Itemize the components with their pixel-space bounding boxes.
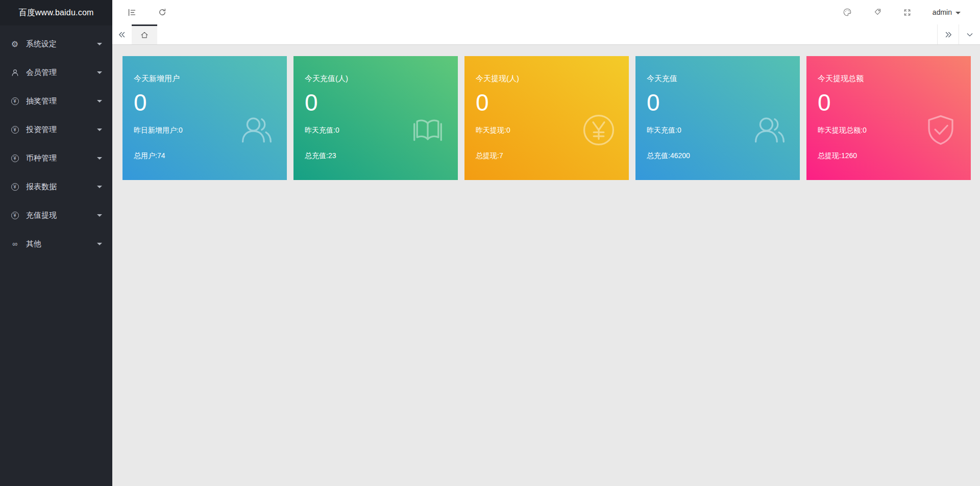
stat-card-recharge-count-today: 今天充值(人) 0 昨天充值:0 总充值:23 [293,56,458,180]
card-value: 0 [476,90,618,116]
brand-title: 百度www.baidu.com [0,0,112,25]
stat-card-recharge-amount-today: 今天充值 0 昨天充值:0 总充值:46200 [635,56,800,180]
sidebar-item-lottery-management[interactable]: ¥ 抽奖管理 [0,87,112,115]
open-book-icon [410,112,446,148]
chevron-down-icon [97,100,102,103]
sidebar-item-system-settings[interactable]: ⚙ 系统设定 [0,30,112,58]
card-title: 今天提现(人) [476,74,618,84]
navbar-left-tools [112,7,167,17]
card-total-stat: 总提现:7 [476,151,618,161]
chevron-down-icon [97,243,102,245]
shield-check-icon [923,112,959,148]
users-icon [752,112,788,148]
sidebar-item-label: 充值提现 [26,211,97,220]
chevron-down-icon [97,214,102,217]
card-title: 今天提现总额 [818,74,960,84]
navbar-right-tools: admin [842,7,980,17]
gear-icon: ⚙ [10,39,19,48]
card-total-stat: 总提现:1260 [818,151,960,161]
stat-card-new-users-today: 今天新增用户 0 昨日新增用户:0 总用户:74 [122,56,287,180]
yen-circle-icon: ¥ [10,182,19,191]
card-total-stat: 总充值:46200 [647,151,789,161]
card-title: 今天新增用户 [134,74,276,84]
card-value: 0 [818,90,960,116]
scroll-tabs-right-icon[interactable] [937,24,959,44]
top-navbar: admin [112,0,980,24]
collapse-menu-icon[interactable] [127,7,137,17]
card-total-stat: 总用户:74 [134,151,276,161]
card-value: 0 [134,90,276,116]
sidebar-item-label: 币种管理 [26,154,97,163]
sidebar-item-currency-management[interactable]: ¥ 币种管理 [0,144,112,172]
home-icon [140,31,149,40]
scroll-tabs-left-icon[interactable] [112,24,132,44]
sidebar-item-label: 抽奖管理 [26,96,97,106]
chevron-down-icon [97,43,102,45]
card-title: 今天充值 [647,74,789,84]
sidebar-item-label: 报表数据 [26,182,97,192]
sidebar-item-investment-management[interactable]: ¥ 投资管理 [0,115,112,144]
sidebar-item-member-management[interactable]: 会员管理 [0,58,112,87]
card-value: 0 [305,90,447,116]
tag-icon[interactable] [872,7,883,17]
theme-palette-icon[interactable] [842,7,852,17]
card-total-stat: 总充值:23 [305,151,447,161]
chevron-down-icon [97,129,102,131]
sidebar-item-label: 会员管理 [26,68,97,78]
sidebar: 百度www.baidu.com ⚙ 系统设定 会员管理 ¥ 抽奖管理 ¥ 投资管… [0,0,112,486]
sidebar-menu: ⚙ 系统设定 会员管理 ¥ 抽奖管理 ¥ 投资管理 ¥ 币种管理 [0,25,112,258]
sidebar-item-label: 投资管理 [26,125,97,135]
chevron-down-icon [97,186,102,188]
stat-card-withdraw-count-today: 今天提现(人) 0 昨天提现:0 总提现:7 [464,56,629,180]
yen-circle-icon: ¥ [10,96,19,106]
chevron-down-icon [97,71,102,74]
fullscreen-icon[interactable] [902,7,913,17]
yen-circle-icon: ¥ [10,211,19,220]
stat-cards-row: 今天新增用户 0 昨日新增用户:0 总用户:74 今天充值(人) 0 昨天充值:… [112,45,980,180]
chevron-down-icon [955,12,961,14]
tab-list-dropdown-icon[interactable] [959,24,980,44]
sidebar-item-report-data[interactable]: ¥ 报表数据 [0,172,112,201]
sidebar-item-other[interactable]: ∞ 其他 [0,229,112,258]
user-icon [10,68,19,77]
main-content: 今天新增用户 0 昨日新增用户:0 总用户:74 今天充值(人) 0 昨天充值:… [112,45,980,486]
stat-card-withdraw-amount-today: 今天提现总额 0 昨天提现总额:0 总提现:1260 [806,56,971,180]
admin-username: admin [933,8,952,16]
tab-home[interactable] [132,24,157,44]
card-title: 今天充值(人) [305,74,447,84]
chevron-down-icon [97,157,102,160]
yen-coin-icon [581,112,617,148]
card-value: 0 [647,90,789,116]
tab-bar [112,24,980,45]
sidebar-item-label: 其他 [26,239,97,249]
sidebar-item-label: 系统设定 [26,39,97,49]
tab-bar-spacer [157,24,937,44]
sidebar-item-recharge-withdraw[interactable]: ¥ 充值提现 [0,201,112,229]
admin-user-menu[interactable]: admin [933,8,961,16]
users-icon [239,112,275,148]
refresh-icon[interactable] [157,7,167,17]
yen-circle-icon: ¥ [10,125,19,134]
infinity-icon: ∞ [10,239,19,248]
yen-circle-icon: ¥ [10,154,19,163]
